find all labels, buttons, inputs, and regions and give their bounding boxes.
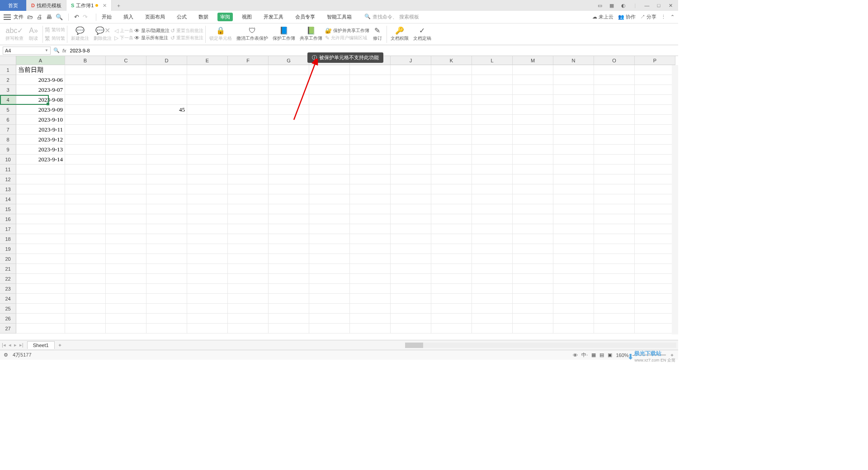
cell-O20[interactable] — [594, 254, 635, 264]
cell-K5[interactable] — [431, 105, 472, 115]
cell-C22[interactable] — [106, 274, 146, 284]
cell-P23[interactable] — [635, 284, 675, 294]
cell-A17[interactable] — [16, 224, 65, 234]
cell-J15[interactable] — [391, 204, 431, 214]
cell-L7[interactable] — [472, 125, 513, 135]
cell-K18[interactable] — [431, 234, 472, 244]
cell-P18[interactable] — [635, 234, 675, 244]
cell-H24[interactable] — [309, 294, 350, 304]
cell-A21[interactable] — [16, 264, 65, 274]
cell-J27[interactable] — [391, 324, 431, 334]
cell-J12[interactable] — [391, 174, 431, 184]
cell-I18[interactable] — [350, 234, 391, 244]
cell-F5[interactable] — [228, 105, 269, 115]
to-traditional-button[interactable]: 繁简转繁 — [45, 35, 65, 42]
maximize-button[interactable]: □ — [656, 3, 662, 8]
cell-E13[interactable] — [187, 184, 228, 194]
cell-H1[interactable] — [309, 65, 350, 75]
lock-cell-button[interactable]: 🔒锁定单元格 — [208, 24, 234, 44]
row-header-14[interactable]: 14 — [0, 194, 16, 204]
cell-H5[interactable] — [309, 105, 350, 115]
cell-O1[interactable] — [594, 65, 635, 75]
cell-D27[interactable] — [146, 324, 187, 334]
row-header-24[interactable]: 24 — [0, 294, 16, 304]
cell-G11[interactable] — [269, 164, 309, 174]
cell-O25[interactable] — [594, 304, 635, 314]
cell-P17[interactable] — [635, 224, 675, 234]
cell-B15[interactable] — [65, 204, 106, 214]
cell-I17[interactable] — [350, 224, 391, 234]
cell-L15[interactable] — [472, 204, 513, 214]
cell-F2[interactable] — [228, 75, 269, 85]
cell-E22[interactable] — [187, 274, 228, 284]
fx-icon[interactable]: fx — [62, 48, 66, 53]
row-header-20[interactable]: 20 — [0, 254, 16, 264]
add-sheet-button[interactable]: ＋ — [57, 342, 62, 348]
cell-L23[interactable] — [472, 284, 513, 294]
cell-C8[interactable] — [106, 135, 146, 145]
cell-H19[interactable] — [309, 244, 350, 254]
cell-B3[interactable] — [65, 85, 106, 95]
col-header-J[interactable]: J — [391, 56, 431, 65]
cell-O12[interactable] — [594, 174, 635, 184]
cell-L10[interactable] — [472, 155, 513, 164]
col-header-A[interactable]: A — [16, 56, 65, 65]
cell-G2[interactable] — [269, 75, 309, 85]
cell-G9[interactable] — [269, 145, 309, 155]
cell-H17[interactable] — [309, 224, 350, 234]
cell-E19[interactable] — [187, 244, 228, 254]
cell-F7[interactable] — [228, 125, 269, 135]
cell-I8[interactable] — [350, 135, 391, 145]
row-header-2[interactable]: 2 — [0, 75, 16, 85]
cell-L27[interactable] — [472, 324, 513, 334]
redo-icon[interactable]: ↷ — [83, 14, 88, 21]
cell-D1[interactable] — [146, 65, 187, 75]
cell-N19[interactable] — [553, 244, 594, 254]
allow-edit-button[interactable]: ✎允许用户编辑区域 — [325, 35, 369, 41]
cell-I22[interactable] — [350, 274, 391, 284]
next-comment-button[interactable]: ▷下一条 — [114, 35, 133, 41]
cell-H27[interactable] — [309, 324, 350, 334]
cell-O5[interactable] — [594, 105, 635, 115]
cell-M10[interactable] — [513, 155, 553, 164]
cell-P4[interactable] — [635, 95, 675, 105]
cell-L17[interactable] — [472, 224, 513, 234]
cell-E16[interactable] — [187, 214, 228, 224]
cell-H21[interactable] — [309, 264, 350, 274]
tab-formula[interactable]: 公式 — [174, 13, 189, 21]
cell-E1[interactable] — [187, 65, 228, 75]
cell-B16[interactable] — [65, 214, 106, 224]
row-header-26[interactable]: 26 — [0, 314, 16, 324]
cell-C5[interactable] — [106, 105, 146, 115]
cell-D2[interactable] — [146, 75, 187, 85]
cell-B9[interactable] — [65, 145, 106, 155]
cell-M14[interactable] — [513, 194, 553, 204]
cell-N8[interactable] — [553, 135, 594, 145]
tab-workbook[interactable]: S工作簿1✕ — [66, 0, 112, 11]
cell-A4[interactable]: 2023-9-08 — [16, 95, 65, 105]
cell-K27[interactable] — [431, 324, 472, 334]
cell-G12[interactable] — [269, 174, 309, 184]
cell-N17[interactable] — [553, 224, 594, 234]
cell-A25[interactable] — [16, 304, 65, 314]
cell-M15[interactable] — [513, 204, 553, 214]
cell-O23[interactable] — [594, 284, 635, 294]
cell-D25[interactable] — [146, 304, 187, 314]
vertical-scrollbar[interactable] — [672, 65, 678, 334]
view-page-icon[interactable]: ▤ — [599, 352, 604, 358]
cell-J16[interactable] — [391, 214, 431, 224]
cell-H25[interactable] — [309, 304, 350, 314]
tab-data[interactable]: 数据 — [196, 13, 211, 21]
cell-M19[interactable] — [513, 244, 553, 254]
cell-O10[interactable] — [594, 155, 635, 164]
cell-J7[interactable] — [391, 125, 431, 135]
cell-F4[interactable] — [228, 95, 269, 105]
cell-J8[interactable] — [391, 135, 431, 145]
cell-F6[interactable] — [228, 115, 269, 125]
more-icon[interactable]: ⋮ — [661, 14, 666, 20]
cell-P15[interactable] — [635, 204, 675, 214]
cell-D4[interactable] — [146, 95, 187, 105]
delete-comment-button[interactable]: 💬✕删除批注 — [92, 24, 113, 44]
cell-K12[interactable] — [431, 174, 472, 184]
cell-C24[interactable] — [106, 294, 146, 304]
